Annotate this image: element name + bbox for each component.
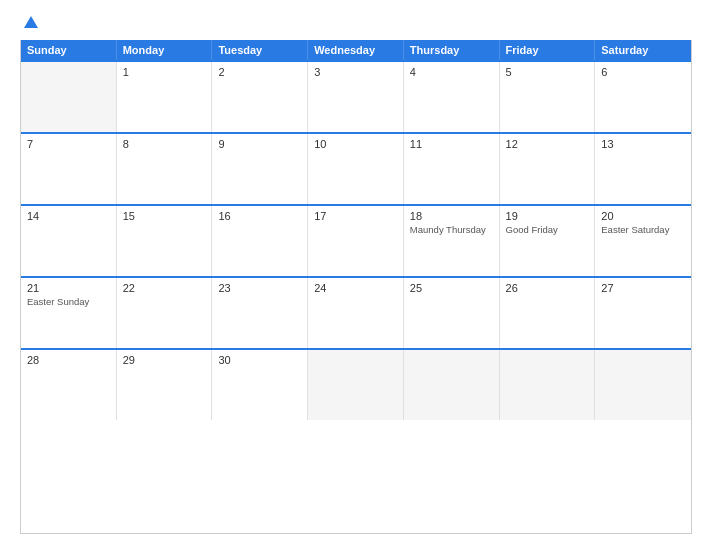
- day-number: 7: [27, 138, 110, 150]
- calendar-cell: 30: [212, 350, 308, 420]
- calendar-cell: 19Good Friday: [500, 206, 596, 276]
- day-number: 26: [506, 282, 589, 294]
- header-day-tuesday: Tuesday: [212, 40, 308, 60]
- calendar-week-3: 1415161718Maundy Thursday19Good Friday20…: [21, 204, 691, 276]
- header-day-saturday: Saturday: [595, 40, 691, 60]
- calendar-cell: [308, 350, 404, 420]
- calendar-cell: [595, 350, 691, 420]
- day-number: 3: [314, 66, 397, 78]
- calendar: SundayMondayTuesdayWednesdayThursdayFrid…: [20, 40, 692, 534]
- holiday-label: Easter Sunday: [27, 296, 110, 308]
- calendar-cell: 28: [21, 350, 117, 420]
- calendar-cell: 1: [117, 62, 213, 132]
- calendar-cell: 27: [595, 278, 691, 348]
- calendar-week-1: 123456: [21, 60, 691, 132]
- calendar-cell: 17: [308, 206, 404, 276]
- calendar-cell: 9: [212, 134, 308, 204]
- calendar-cell: 29: [117, 350, 213, 420]
- day-number: 22: [123, 282, 206, 294]
- day-number: 5: [506, 66, 589, 78]
- calendar-cell: 18Maundy Thursday: [404, 206, 500, 276]
- calendar-cell: 26: [500, 278, 596, 348]
- calendar-cell: 24: [308, 278, 404, 348]
- header-day-wednesday: Wednesday: [308, 40, 404, 60]
- calendar-week-2: 78910111213: [21, 132, 691, 204]
- day-number: 4: [410, 66, 493, 78]
- day-number: 14: [27, 210, 110, 222]
- header: [20, 16, 692, 30]
- calendar-cell: 4: [404, 62, 500, 132]
- day-number: 8: [123, 138, 206, 150]
- calendar-cell: [21, 62, 117, 132]
- calendar-cell: 2: [212, 62, 308, 132]
- day-number: 30: [218, 354, 301, 366]
- holiday-label: Easter Saturday: [601, 224, 685, 236]
- calendar-cell: 3: [308, 62, 404, 132]
- day-number: 12: [506, 138, 589, 150]
- day-number: 20: [601, 210, 685, 222]
- day-number: 1: [123, 66, 206, 78]
- day-number: 28: [27, 354, 110, 366]
- calendar-body: 123456789101112131415161718Maundy Thursd…: [21, 60, 691, 420]
- header-day-thursday: Thursday: [404, 40, 500, 60]
- day-number: 10: [314, 138, 397, 150]
- calendar-cell: 15: [117, 206, 213, 276]
- holiday-label: Good Friday: [506, 224, 589, 236]
- calendar-cell: 8: [117, 134, 213, 204]
- calendar-cell: 13: [595, 134, 691, 204]
- calendar-cell: 10: [308, 134, 404, 204]
- calendar-cell: [404, 350, 500, 420]
- day-number: 19: [506, 210, 589, 222]
- calendar-cell: 23: [212, 278, 308, 348]
- day-number: 2: [218, 66, 301, 78]
- calendar-cell: 22: [117, 278, 213, 348]
- holiday-label: Maundy Thursday: [410, 224, 493, 236]
- calendar-cell: 11: [404, 134, 500, 204]
- day-number: 6: [601, 66, 685, 78]
- calendar-cell: [500, 350, 596, 420]
- day-number: 9: [218, 138, 301, 150]
- day-number: 11: [410, 138, 493, 150]
- day-number: 13: [601, 138, 685, 150]
- calendar-cell: 12: [500, 134, 596, 204]
- day-number: 16: [218, 210, 301, 222]
- calendar-cell: 6: [595, 62, 691, 132]
- day-number: 17: [314, 210, 397, 222]
- day-number: 21: [27, 282, 110, 294]
- calendar-cell: 16: [212, 206, 308, 276]
- calendar-cell: 14: [21, 206, 117, 276]
- logo: [20, 16, 38, 30]
- header-day-monday: Monday: [117, 40, 213, 60]
- page: SundayMondayTuesdayWednesdayThursdayFrid…: [0, 0, 712, 550]
- calendar-cell: 21Easter Sunday: [21, 278, 117, 348]
- header-day-friday: Friday: [500, 40, 596, 60]
- calendar-cell: 25: [404, 278, 500, 348]
- calendar-week-4: 21Easter Sunday222324252627: [21, 276, 691, 348]
- day-number: 24: [314, 282, 397, 294]
- day-number: 27: [601, 282, 685, 294]
- calendar-cell: 5: [500, 62, 596, 132]
- calendar-cell: 20Easter Saturday: [595, 206, 691, 276]
- day-number: 18: [410, 210, 493, 222]
- calendar-week-5: 282930: [21, 348, 691, 420]
- logo-triangle-icon: [24, 16, 38, 28]
- day-number: 15: [123, 210, 206, 222]
- calendar-header-row: SundayMondayTuesdayWednesdayThursdayFrid…: [21, 40, 691, 60]
- day-number: 23: [218, 282, 301, 294]
- calendar-cell: 7: [21, 134, 117, 204]
- day-number: 25: [410, 282, 493, 294]
- day-number: 29: [123, 354, 206, 366]
- header-day-sunday: Sunday: [21, 40, 117, 60]
